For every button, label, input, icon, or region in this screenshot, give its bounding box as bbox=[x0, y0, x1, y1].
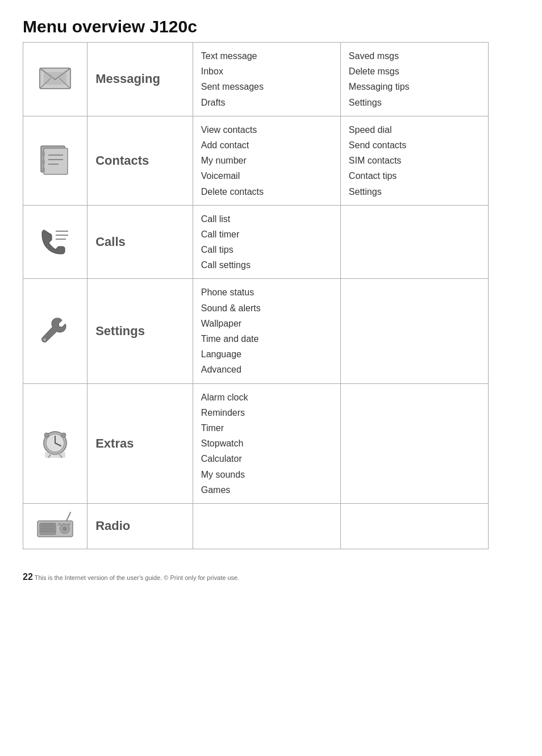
svg-rect-6 bbox=[44, 148, 68, 174]
messaging-icon-cell bbox=[23, 43, 87, 116]
page-number: 22 bbox=[23, 572, 33, 582]
svg-rect-38 bbox=[67, 523, 70, 525]
svg-rect-36 bbox=[58, 523, 61, 525]
svg-point-21 bbox=[44, 433, 49, 437]
settings-col1: Phone status Sound & alerts Wallpaper Ti… bbox=[193, 279, 340, 383]
messaging-category: Messaging bbox=[87, 43, 193, 116]
calls-col1: Call list Call timer Call tips Call sett… bbox=[193, 205, 340, 279]
messaging-col1: Text message Inbox Sent messages Drafts bbox=[193, 43, 340, 116]
svg-line-35 bbox=[66, 512, 70, 521]
settings-icon bbox=[38, 315, 72, 346]
calls-icon bbox=[37, 225, 73, 257]
extras-icon bbox=[38, 426, 72, 459]
svg-rect-10 bbox=[42, 152, 45, 156]
svg-point-16 bbox=[43, 338, 46, 341]
footer: 22 This is the Internet version of the u… bbox=[23, 572, 519, 582]
settings-category: Settings bbox=[87, 279, 193, 383]
radio-icon bbox=[35, 511, 75, 539]
table-row: Contacts View contacts Add contact My nu… bbox=[23, 116, 489, 205]
contacts-icon-cell bbox=[23, 116, 87, 205]
radio-category: Radio bbox=[87, 503, 193, 549]
menu-table: Messaging Text message Inbox Sent messag… bbox=[23, 42, 489, 549]
settings-col2 bbox=[340, 279, 488, 383]
contacts-category: Contacts bbox=[87, 116, 193, 205]
radio-icon-cell bbox=[23, 503, 87, 549]
messaging-icon bbox=[38, 64, 72, 92]
calls-category: Calls bbox=[87, 205, 193, 279]
svg-point-22 bbox=[61, 433, 66, 437]
table-row: Extras Alarm clock Reminders Timer Stopw… bbox=[23, 383, 489, 503]
svg-rect-12 bbox=[42, 168, 45, 172]
footer-text: This is the Internet version of the user… bbox=[35, 574, 240, 581]
extras-col1: Alarm clock Reminders Timer Stopwatch Ca… bbox=[193, 383, 340, 503]
svg-rect-4 bbox=[44, 72, 66, 85]
settings-icon-cell bbox=[23, 279, 87, 383]
messaging-col2: Saved msgs Delete msgs Messaging tips Se… bbox=[340, 43, 488, 116]
extras-category: Extras bbox=[87, 383, 193, 503]
table-row: Settings Phone status Sound & alerts Wal… bbox=[23, 279, 489, 383]
page-title: Menu overview J120c bbox=[23, 17, 519, 36]
radio-col1 bbox=[193, 503, 340, 549]
svg-rect-25 bbox=[45, 452, 65, 458]
extras-col2 bbox=[340, 383, 488, 503]
radio-col2 bbox=[340, 503, 488, 549]
table-row: Calls Call list Call timer Call tips Cal… bbox=[23, 205, 489, 279]
calls-col2 bbox=[340, 205, 488, 279]
svg-point-34 bbox=[62, 527, 67, 531]
contacts-col1: View contacts Add contact My number Voic… bbox=[193, 116, 340, 205]
table-row: Messaging Text message Inbox Sent messag… bbox=[23, 43, 489, 116]
table-row: Radio bbox=[23, 503, 489, 549]
contacts-icon bbox=[38, 144, 72, 175]
calls-icon-cell bbox=[23, 205, 87, 279]
extras-icon-cell bbox=[23, 383, 87, 503]
svg-rect-37 bbox=[62, 523, 66, 525]
svg-rect-11 bbox=[42, 160, 45, 164]
contacts-col2: Speed dial Send contacts SIM contacts Co… bbox=[340, 116, 488, 205]
